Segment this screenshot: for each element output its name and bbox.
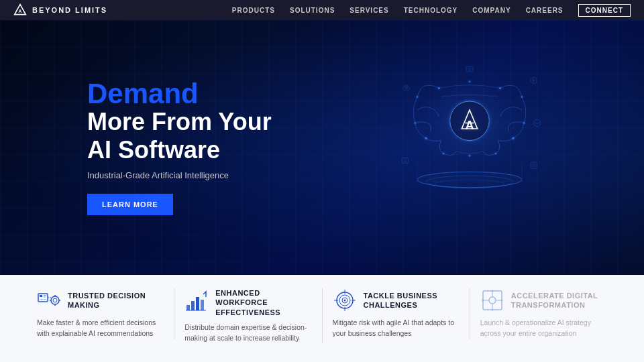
svg-rect-54 (196, 297, 199, 310)
feature-1-header: TRUSTED DECISION MAKING (37, 288, 164, 312)
feature-trusted-decision: TRUSTED DECISION MAKING Make faster & mo… (27, 288, 174, 339)
feature-4-desc: Launch & operationalize AI strategy acro… (480, 318, 607, 339)
svg-point-14 (469, 155, 471, 157)
svg-point-11 (512, 137, 514, 139)
svg-rect-52 (186, 305, 190, 310)
svg-point-24 (403, 85, 409, 91)
nav-technology[interactable]: TECHNOLOGY (404, 7, 458, 14)
feature-digital-transformation: ACCELERATE DIGITAL TRANSFORMATION Launch… (470, 288, 617, 339)
svg-point-9 (521, 96, 523, 98)
feature-2-header: ENHANCED WORKFORCE EFFECTIVENESS (184, 288, 311, 317)
hero-content: Demand More From YourAI Software Industr… (0, 80, 272, 215)
svg-point-10 (523, 122, 525, 124)
business-challenges-icon (333, 288, 357, 312)
feature-2-title: ENHANCED WORKFORCE EFFECTIVENESS (215, 288, 311, 317)
hero-headline-accent: Demand (87, 80, 272, 108)
navbar: A BEYOND LIMITS PRODUCTS SOLUTIONS SERVI… (0, 0, 644, 20)
feature-4-title: ACCELERATE DIGITAL TRANSFORMATION (511, 291, 607, 310)
svg-point-12 (495, 153, 497, 155)
brain-svg: A (382, 40, 557, 215)
feature-2-desc: Distribute domain expertise & decision-m… (184, 322, 311, 344)
nav-company[interactable]: COMPANY (472, 7, 511, 14)
svg-point-38 (417, 172, 522, 187)
digital-transformation-icon (480, 288, 504, 312)
feature-workforce: ENHANCED WORKFORCE EFFECTIVENESS Distrib… (174, 288, 322, 343)
svg-rect-55 (201, 300, 204, 310)
svg-point-4 (417, 96, 419, 98)
nav-careers[interactable]: CAREERS (526, 7, 564, 14)
logo-icon: A (13, 3, 27, 17)
svg-point-13 (469, 80, 471, 82)
feature-4-header: ACCELERATE DIGITAL TRANSFORMATION (480, 288, 607, 312)
svg-point-3 (438, 87, 440, 89)
svg-point-66 (489, 297, 496, 304)
svg-rect-44 (40, 299, 46, 300)
hero-visual: A (335, 40, 604, 268)
svg-rect-43 (44, 297, 46, 298)
trusted-decision-icon (37, 288, 61, 312)
svg-point-60 (343, 300, 345, 302)
hero-tagline: Industrial-Grade Artificial Intelligence (87, 170, 272, 180)
nav-services[interactable]: SERVICES (350, 7, 388, 14)
nav-links: PRODUCTS SOLUTIONS SERVICES TECHNOLOGY C… (232, 4, 631, 17)
svg-rect-40 (38, 294, 48, 302)
svg-point-73 (482, 300, 484, 302)
hero-section: Demand More From YourAI Software Industr… (0, 20, 644, 275)
svg-text:A: A (465, 119, 474, 132)
svg-rect-22 (531, 162, 537, 168)
svg-point-71 (491, 290, 493, 292)
hero-headline-main: More From YourAI Software (87, 108, 272, 164)
logo-text: BEYOND LIMITS (32, 6, 107, 14)
svg-rect-42 (44, 295, 46, 296)
svg-rect-53 (191, 301, 195, 310)
learn-more-button[interactable]: LEARN MORE (87, 194, 173, 215)
feature-3-desc: Mitigate risk with agile AI that adapts … (333, 318, 460, 339)
svg-point-6 (425, 137, 427, 139)
svg-rect-25 (402, 158, 408, 164)
svg-point-5 (414, 122, 416, 124)
svg-point-46 (53, 298, 57, 302)
svg-point-8 (499, 87, 501, 89)
svg-point-7 (443, 153, 445, 155)
workforce-icon (184, 290, 209, 314)
svg-text:A: A (19, 9, 22, 13)
connect-button[interactable]: CONNECT (578, 4, 631, 17)
nav-products[interactable]: PRODUCTS (232, 7, 275, 14)
feature-1-desc: Make faster & more efficient decisions w… (37, 318, 164, 339)
svg-point-45 (51, 296, 59, 304)
feature-1-title: TRUSTED DECISION MAKING (68, 291, 164, 310)
feature-3-title: TACKLE BUSINESS CHALLENGES (364, 291, 460, 310)
features-strip: TRUSTED DECISION MAKING Make faster & mo… (0, 275, 644, 362)
nav-solutions[interactable]: SOLUTIONS (290, 7, 335, 14)
svg-point-23 (533, 164, 535, 167)
svg-point-72 (491, 309, 493, 311)
feature-business-challenges: TACKLE BUSINESS CHALLENGES Mitigate risk… (323, 288, 470, 339)
feature-3-header: TACKLE BUSINESS CHALLENGES (333, 288, 460, 312)
svg-rect-41 (40, 295, 42, 297)
svg-point-74 (500, 300, 502, 302)
logo[interactable]: A BEYOND LIMITS (13, 3, 107, 17)
